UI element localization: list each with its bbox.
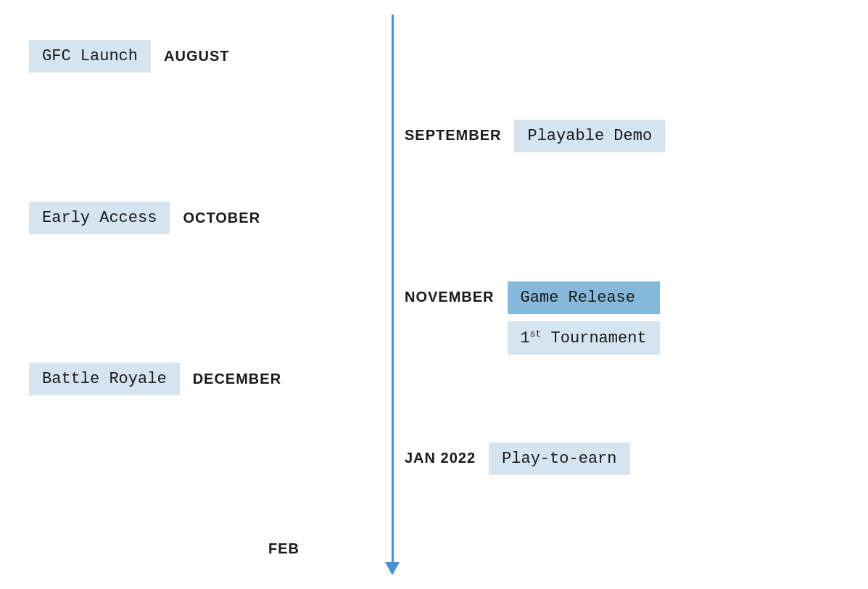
event-box-game-release: Game Release	[508, 281, 660, 314]
event-box-play-to-earn: Play-to-earn	[489, 442, 629, 475]
event-box-gfc-launch: GFC Launch	[29, 40, 151, 73]
month-label-early-access: OCTOBER	[183, 210, 260, 226]
month-label-battle-royale: DECEMBER	[193, 371, 281, 387]
month-label-feb: FEB	[268, 540, 299, 557]
month-label-gfc-launch: AUGUST	[164, 48, 229, 65]
right-event-playable-demo: SEPTEMBERPlayable Demo	[405, 120, 665, 152]
event-boxes-game-release: Game Release1st Tournament	[508, 281, 660, 355]
timeline-container: GFC LaunchAUGUSTEarly AccessOCTOBERBattl…	[0, 0, 868, 589]
event-box-early-access: Early Access	[29, 202, 170, 234]
left-event-early-access: Early AccessOCTOBER	[29, 202, 260, 234]
timeline-line	[392, 15, 394, 566]
month-only-feb: FEB	[268, 540, 299, 557]
extra-box-game-release: 1st Tournament	[508, 321, 660, 355]
left-event-battle-royale: Battle RoyaleDECEMBER	[29, 363, 281, 395]
event-boxes-playable-demo: Playable Demo	[514, 120, 665, 152]
timeline-arrow	[385, 562, 400, 575]
left-event-gfc-launch: GFC LaunchAUGUST	[29, 40, 229, 73]
month-label-play-to-earn: JAN 2022	[405, 442, 476, 466]
event-box-battle-royale: Battle Royale	[29, 363, 180, 395]
month-label-game-release: NOVEMBER	[405, 281, 495, 305]
right-event-game-release: NOVEMBERGame Release1st Tournament	[405, 281, 660, 355]
event-boxes-play-to-earn: Play-to-earn	[489, 442, 629, 475]
event-box-playable-demo: Playable Demo	[514, 120, 665, 152]
month-label-playable-demo: SEPTEMBER	[405, 120, 501, 144]
right-event-play-to-earn: JAN 2022Play-to-earn	[405, 442, 630, 475]
